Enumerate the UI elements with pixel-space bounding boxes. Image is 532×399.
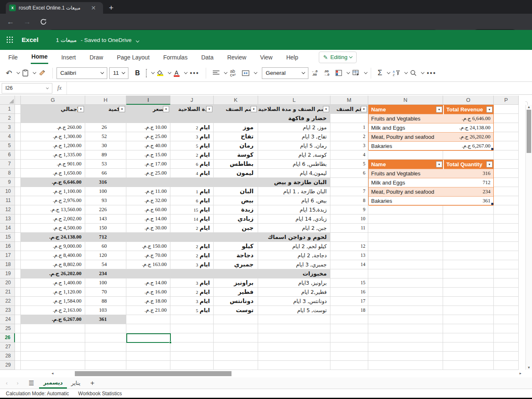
cell-P26[interactable]	[494, 333, 519, 342]
cell-O29[interactable]	[443, 361, 494, 370]
cell-J12[interactable]: 15 ايام	[170, 205, 214, 214]
cell-L18[interactable]: جمبري, 3 ايام	[258, 260, 330, 269]
cell-F13[interactable]	[15, 214, 21, 224]
row-header-8[interactable]: 8	[0, 169, 15, 178]
cell-K9[interactable]	[214, 178, 258, 187]
cell-J29[interactable]	[170, 361, 214, 370]
cell-N16[interactable]	[368, 242, 443, 251]
table-cell-name[interactable]: Milk and Eggs	[369, 178, 443, 187]
cell-L24[interactable]	[258, 315, 330, 324]
filter-button-G[interactable]: ▾	[78, 106, 84, 112]
cell-L29[interactable]	[258, 361, 330, 370]
cell-F12[interactable]	[15, 205, 21, 214]
cell-H15[interactable]: 712	[85, 233, 126, 242]
cell-J2[interactable]	[170, 114, 214, 123]
cell-J27[interactable]	[170, 342, 214, 352]
cell-L12[interactable]: زبدة,15 ايام	[258, 205, 330, 214]
column-header-N[interactable]: N	[368, 96, 443, 105]
cell-O21[interactable]	[443, 288, 494, 297]
cell-N19[interactable]	[368, 269, 443, 278]
undo-icon[interactable]: ↶	[6, 69, 12, 78]
cell-H3[interactable]: 26	[85, 123, 126, 132]
cell-F11[interactable]	[15, 196, 21, 205]
cell-I21[interactable]: 16.00 ج.م.	[126, 288, 170, 297]
cell-M16[interactable]: 12	[330, 242, 368, 251]
cell-K18[interactable]: جمبري	[214, 260, 258, 269]
cell-N21[interactable]	[368, 288, 443, 297]
table-cell-value[interactable]: 234	[443, 187, 493, 197]
cell-G19[interactable]: 26,202.00 ج.م.	[21, 269, 85, 278]
cell-K7[interactable]: بطاطس	[214, 160, 258, 169]
table-row[interactable]: Bakaries6,267.00 ج.م.	[369, 142, 493, 151]
cell-F22[interactable]	[15, 297, 21, 306]
browser-tab[interactable]: x rosoft Excel Online.1 مبيعات ✕	[6, 2, 103, 14]
cell-P10[interactable]	[494, 187, 519, 196]
borders-chevron-icon[interactable]	[151, 71, 154, 74]
scroll-left-icon[interactable]: ◂	[52, 371, 54, 375]
tab-file[interactable]: File	[7, 51, 19, 64]
tab-review[interactable]: Review	[227, 51, 247, 64]
cell-J24[interactable]	[170, 315, 214, 324]
row-header-28[interactable]: 28	[0, 352, 15, 361]
cell-M23[interactable]: 18	[330, 306, 368, 315]
row-header-14[interactable]: 14	[0, 224, 15, 233]
name-box[interactable]: I26	[2, 83, 52, 94]
cell-O20[interactable]	[443, 278, 494, 288]
cell-M21[interactable]: 16	[330, 288, 368, 297]
cell-J19[interactable]	[170, 269, 214, 278]
cell-F24[interactable]	[15, 315, 21, 324]
clipboard-paste-icon[interactable]	[22, 69, 28, 76]
cell-J1[interactable]: مدة الصلاحية▾	[170, 105, 214, 114]
cell-P24[interactable]	[494, 315, 519, 324]
spreadsheet-grid[interactable]: GHIJKLMNOP1الإجمالي▾الكمية▾السعر▾مدة الص…	[0, 96, 525, 370]
cell-M8[interactable]: 6	[330, 169, 368, 178]
column-header-J[interactable]: J	[170, 96, 214, 105]
cell-K5[interactable]: رمان	[214, 141, 258, 150]
back-icon[interactable]: ←	[7, 17, 14, 26]
column-header-G[interactable]: G	[21, 96, 85, 105]
cell-L9[interactable]: البان طازجة و بيض	[258, 178, 330, 187]
column-header-I[interactable]: I	[126, 96, 170, 105]
cell-L4[interactable]: تفاح, 3 ايام	[258, 132, 330, 141]
sheet-next-icon[interactable]: ›	[17, 380, 18, 386]
cell-L14[interactable]: جبن, 2 ايام	[258, 224, 330, 233]
cell-I10[interactable]: 11.00 ج.م.	[126, 187, 170, 196]
cell-I8[interactable]: 25.00 ج.م.	[126, 169, 170, 178]
cell-J17[interactable]: 2 ايام	[170, 251, 214, 260]
cell-H25[interactable]	[85, 324, 126, 333]
cell-L22[interactable]: دونانتس, 3 ايام	[258, 297, 330, 306]
tab-data[interactable]: Data	[200, 51, 214, 64]
file-menu-chevron-icon[interactable]	[136, 39, 139, 42]
cell-P21[interactable]	[494, 288, 519, 297]
cell-G3[interactable]: 260.00 ج.م.	[21, 123, 85, 132]
cell-I22[interactable]: 18.00 ج.م.	[126, 297, 170, 306]
scroll-right-icon[interactable]: ▸	[520, 371, 522, 375]
table-cell-name[interactable]: Meat, Poultry and seafood	[369, 187, 443, 197]
table-row[interactable]: Milk and Eggs712	[369, 178, 493, 187]
row-header-18[interactable]: 18	[0, 260, 15, 269]
filter-button-M[interactable]: ▾	[361, 106, 367, 112]
row-header-27[interactable]: 27	[0, 342, 15, 352]
cell-H16[interactable]: 60	[85, 242, 126, 251]
cell-H14[interactable]: 150	[85, 224, 126, 233]
cell-M11[interactable]: 8	[330, 196, 368, 205]
cell-I1[interactable]: السعر▾	[126, 105, 170, 114]
cell-J21[interactable]: 2 ايام	[170, 288, 214, 297]
cell-F28[interactable]	[15, 352, 21, 361]
cell-H17[interactable]: 120	[85, 251, 126, 260]
pivot-table-1[interactable]: Name▾Total Revenue▾Fruits and Vegtables6…	[368, 105, 494, 150]
cell-I17[interactable]: 70.00 ج.م.	[126, 251, 170, 260]
cell-F16[interactable]	[15, 242, 21, 251]
cell-H29[interactable]	[85, 361, 126, 370]
cell-L19[interactable]: مخبوزات	[258, 269, 330, 278]
calculation-mode[interactable]: Calculation Mode: Automatic	[6, 391, 69, 397]
scroll-down-icon[interactable]: ▼	[526, 366, 532, 369]
cell-M3[interactable]: 1	[330, 123, 368, 132]
cell-K29[interactable]	[214, 361, 258, 370]
cell-G14[interactable]: 4,500.00 ج.م.	[21, 224, 85, 233]
cell-P3[interactable]	[494, 123, 519, 132]
cell-G8[interactable]: 1,650.00 ج.م.	[21, 169, 85, 178]
cell-F15[interactable]	[15, 233, 21, 242]
table-row[interactable]: Meat, Poultry and seafood234	[369, 187, 493, 197]
number-format-select[interactable]: General	[262, 67, 308, 79]
